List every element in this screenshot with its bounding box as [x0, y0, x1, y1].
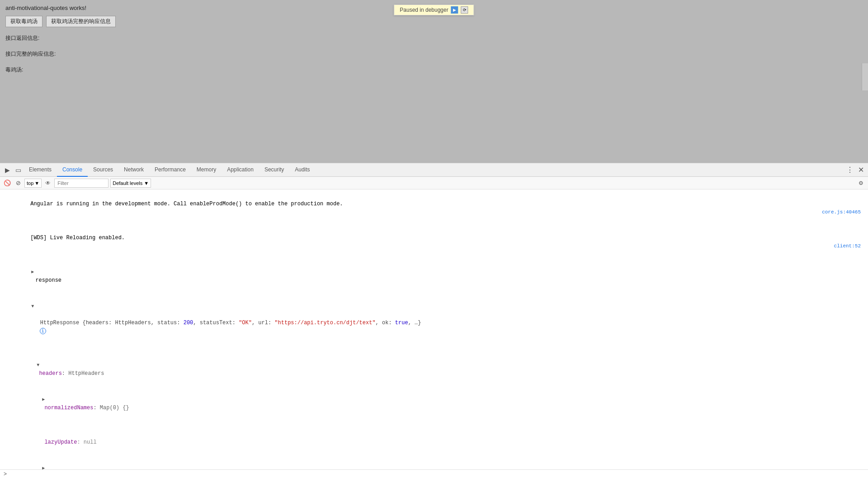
console-icon2-button[interactable]: ⊘: [14, 179, 23, 188]
tab-application[interactable]: Application: [222, 163, 259, 177]
wds-text: [WDS] Live Reloading enabled.: [30, 235, 125, 241]
httpresponse-info-icon[interactable]: i: [40, 328, 46, 334]
console-context-select[interactable]: top ▼: [24, 179, 42, 188]
interface-full-response-label: 接口完整的响应信息:: [5, 50, 863, 58]
console-line-angular: Angular is running in the development mo…: [0, 191, 868, 225]
main-page: Paused in debugger ▶ ⟳ anti-motivational…: [0, 0, 868, 163]
console-prompt: >: [0, 469, 868, 478]
debugger-step-button[interactable]: ⟳: [461, 6, 468, 14]
device-toolbar-button[interactable]: ▭: [13, 165, 24, 175]
devtools-more-button[interactable]: ⋮: [844, 165, 855, 175]
debugger-banner: Paused in debugger ▶ ⟳: [394, 5, 474, 15]
devtools-panel: ▶ ▭ Elements Console Sources Network Per…: [0, 163, 868, 478]
console-levels-value: Default levels ▼: [113, 180, 149, 186]
console-line-lazyupdate: lazyUpdate: null: [0, 421, 868, 455]
tab-elements[interactable]: Elements: [24, 163, 57, 177]
console-output: Angular is running in the development mo…: [0, 189, 868, 469]
response-group-label: response: [32, 277, 61, 284]
inspect-element-button[interactable]: ▶: [2, 165, 13, 175]
poison-soup-label: 毒鸡汤:: [5, 66, 863, 74]
tab-console[interactable]: Console: [57, 163, 88, 177]
console-settings-button[interactable]: ⚙: [856, 179, 865, 188]
right-sidebar-hint: [862, 63, 868, 90]
get-poison-soup-button[interactable]: 获取毒鸡汤: [5, 16, 42, 27]
console-line-wds: [WDS] Live Reloading enabled. client:52: [0, 225, 868, 259]
httpresponse-text: HttpResponse {headers: HttpHeaders, stat…: [11, 320, 421, 342]
devtools-close-button[interactable]: ✕: [855, 165, 866, 175]
console-context-arrow: ▼: [34, 180, 39, 186]
console-line-response-group[interactable]: response: [0, 259, 868, 293]
tab-memory[interactable]: Memory: [191, 163, 222, 177]
angular-source-link[interactable]: core.js:40465: [822, 208, 861, 216]
response-group-toggle: [30, 268, 35, 276]
console-filter-input[interactable]: [54, 179, 108, 188]
debugger-banner-text: Paused in debugger: [400, 7, 448, 13]
tab-performance[interactable]: Performance: [149, 163, 191, 177]
console-line-httpresponse[interactable]: ▼ HttpResponse {headers: HttpHeaders, st…: [0, 293, 868, 352]
tab-sources[interactable]: Sources: [88, 163, 118, 177]
tab-audits[interactable]: Audits: [289, 163, 315, 177]
tab-security[interactable]: Security: [259, 163, 289, 177]
console-levels-select[interactable]: Default levels ▼: [110, 179, 151, 188]
button-row: 获取毒鸡汤 获取鸡汤完整的响应信息: [5, 16, 863, 27]
console-line-normalizednames: ▶ normalizedNames: Map(0) {}: [0, 387, 868, 421]
wds-source-link[interactable]: client:52: [834, 242, 861, 250]
console-line-lazyinit[interactable]: ▶ lazyInit: () => {…}: [0, 455, 868, 469]
angular-dev-mode-text: Angular is running in the development mo…: [30, 201, 343, 207]
console-eye-button[interactable]: 👁: [43, 179, 52, 188]
debugger-play-button[interactable]: ▶: [451, 6, 458, 14]
devtools-tabbar: ▶ ▭ Elements Console Sources Network Per…: [0, 163, 868, 177]
console-clear-button[interactable]: 🚫: [3, 179, 12, 188]
get-full-response-button[interactable]: 获取鸡汤完整的响应信息: [46, 16, 116, 27]
console-line-headers[interactable]: ▼ headers: HttpHeaders: [0, 352, 868, 387]
console-prompt-arrow: >: [4, 471, 7, 477]
httpresponse-toggle: ▼: [30, 303, 35, 311]
console-context-value: top: [27, 180, 33, 186]
console-prompt-input[interactable]: [9, 471, 864, 477]
tab-network[interactable]: Network: [118, 163, 149, 177]
console-toolbar: 🚫 ⊘ top ▼ 👁 Default levels ▼ ⚙: [0, 177, 868, 189]
interface-return-label: 接口返回信息:: [5, 34, 863, 42]
